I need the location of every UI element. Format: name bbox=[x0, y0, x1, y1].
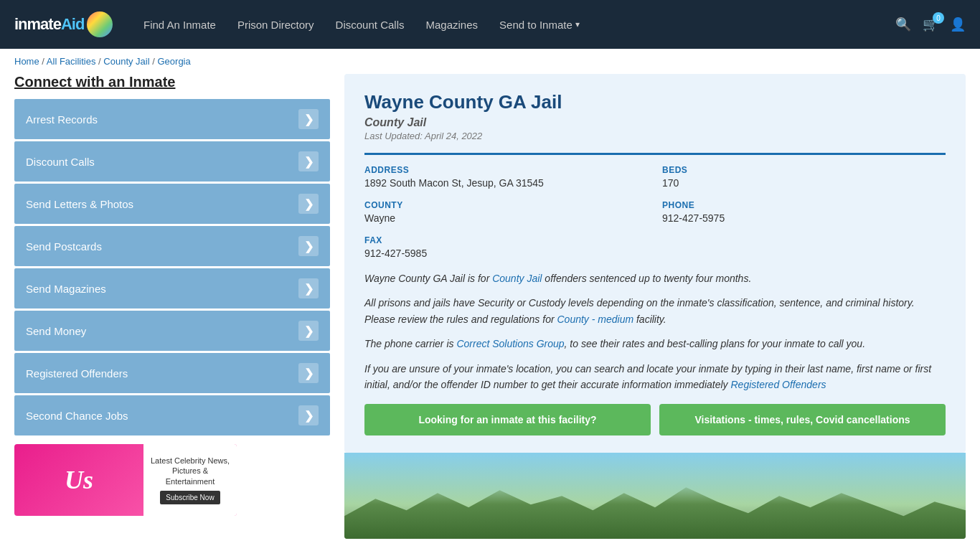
chevron-right-icon: ❯ bbox=[298, 236, 319, 256]
chevron-right-icon: ❯ bbox=[298, 109, 319, 129]
nav-discount-calls[interactable]: Discount Calls bbox=[336, 19, 405, 31]
breadcrumb-home[interactable]: Home bbox=[14, 56, 39, 67]
beds-label: BEDS bbox=[662, 165, 946, 175]
facility-card: Wayne County GA Jail County Jail Last Up… bbox=[344, 74, 966, 453]
photo-trees-decoration bbox=[344, 481, 966, 539]
desc-paragraph-2: All prisons and jails have Security or C… bbox=[364, 295, 946, 327]
cart-badge: 0 bbox=[933, 12, 944, 24]
facility-type: County Jail bbox=[364, 116, 946, 129]
breadcrumb-all-facilities[interactable]: All Facilities bbox=[47, 56, 96, 67]
desc-paragraph-3: The phone carrier is Correct Solutions G… bbox=[364, 336, 946, 352]
address-value: 1892 South Macon St, Jesup, GA 31545 bbox=[364, 177, 648, 189]
sidebar-item-arrest-records[interactable]: Arrest Records ❯ bbox=[14, 99, 330, 139]
facility-last-updated: Last Updated: April 24, 2022 bbox=[364, 131, 946, 141]
county-block: COUNTY Wayne bbox=[364, 200, 648, 224]
fax-block: FAX 912-427-5985 bbox=[364, 235, 648, 259]
site-header: inmateAid Find An Inmate Prison Director… bbox=[0, 0, 980, 49]
sidebar-item-send-letters[interactable]: Send Letters & Photos ❯ bbox=[14, 184, 330, 224]
nav-prison-directory[interactable]: Prison Directory bbox=[237, 19, 314, 31]
county-medium-link[interactable]: County - medium bbox=[557, 314, 633, 325]
visitations-button[interactable]: Visitations - times, rules, Covid cancel… bbox=[659, 404, 946, 435]
find-inmate-button[interactable]: Looking for an inmate at this facility? bbox=[364, 404, 651, 435]
chevron-right-icon: ❯ bbox=[298, 363, 319, 383]
ad-logo: Us bbox=[65, 465, 93, 495]
county-jail-link[interactable]: County Jail bbox=[492, 273, 542, 284]
correct-solutions-link[interactable]: Correct Solutions Group bbox=[456, 338, 564, 349]
dropdown-arrow-icon: ▾ bbox=[575, 19, 580, 29]
sidebar-item-registered-offenders[interactable]: Registered Offenders ❯ bbox=[14, 353, 330, 393]
phone-label: PHONE bbox=[662, 200, 946, 210]
facility-title: Wayne County GA Jail bbox=[364, 91, 946, 113]
main-layout: Connect with an Inmate Arrest Records ❯ … bbox=[0, 74, 980, 551]
sidebar-menu: Arrest Records ❯ Discount Calls ❯ Send L… bbox=[14, 99, 330, 435]
sidebar-item-send-magazines[interactable]: Send Magazines ❯ bbox=[14, 268, 330, 309]
logo-icon bbox=[87, 11, 113, 37]
cart-icon[interactable]: 🛒 0 bbox=[923, 17, 938, 32]
main-content: Wayne County GA Jail County Jail Last Up… bbox=[344, 74, 966, 539]
breadcrumb-county-jail[interactable]: County Jail bbox=[103, 56, 149, 67]
user-icon[interactable]: 👤 bbox=[950, 17, 966, 32]
fax-value: 912-427-5985 bbox=[364, 248, 648, 259]
county-value: Wayne bbox=[364, 212, 648, 224]
advertisement-banner[interactable]: Us Latest Celebrity News, Pictures & Ent… bbox=[14, 444, 237, 516]
chevron-right-icon: ❯ bbox=[298, 151, 319, 171]
phone-block: PHONE 912-427-5975 bbox=[662, 200, 946, 224]
chevron-right-icon: ❯ bbox=[298, 405, 319, 425]
desc-paragraph-4: If you are unsure of your inmate's locat… bbox=[364, 361, 946, 393]
nav-magazines[interactable]: Magazines bbox=[425, 19, 478, 31]
logo[interactable]: inmateAid bbox=[14, 11, 122, 37]
action-buttons: Looking for an inmate at this facility? … bbox=[364, 404, 946, 435]
search-icon[interactable]: 🔍 bbox=[895, 17, 911, 32]
phone-value: 912-427-5975 bbox=[662, 212, 946, 224]
registered-offenders-link[interactable]: Registered Offenders bbox=[730, 379, 826, 390]
ad-content: Latest Celebrity News, Pictures & Entert… bbox=[143, 444, 237, 516]
sidebar-item-discount-calls[interactable]: Discount Calls ❯ bbox=[14, 141, 330, 182]
sidebar-title: Connect with an Inmate bbox=[14, 74, 330, 90]
breadcrumb-georgia[interactable]: Georgia bbox=[157, 56, 190, 67]
facility-photo bbox=[344, 453, 966, 539]
beds-block: BEDS 170 bbox=[662, 165, 946, 189]
breadcrumb: Home / All Facilities / County Jail / Ge… bbox=[0, 49, 980, 74]
facility-info-grid: ADDRESS 1892 South Macon St, Jesup, GA 3… bbox=[364, 153, 946, 259]
sidebar-item-second-chance-jobs[interactable]: Second Chance Jobs ❯ bbox=[14, 395, 330, 435]
ad-subscribe-button[interactable]: Subscribe Now bbox=[160, 491, 220, 504]
address-label: ADDRESS bbox=[364, 165, 648, 175]
facility-description: Wayne County GA Jail is for County Jail … bbox=[364, 270, 946, 392]
nav-find-inmate[interactable]: Find An Inmate bbox=[143, 19, 216, 31]
beds-value: 170 bbox=[662, 177, 946, 189]
chevron-right-icon: ❯ bbox=[298, 194, 319, 214]
desc-paragraph-1: Wayne County GA Jail is for County Jail … bbox=[364, 270, 946, 286]
sidebar: Connect with an Inmate Arrest Records ❯ … bbox=[14, 74, 330, 539]
fax-label: FAX bbox=[364, 235, 648, 245]
ad-logo-area: Us bbox=[14, 444, 143, 516]
chevron-right-icon: ❯ bbox=[298, 321, 319, 341]
nav-send-to-inmate[interactable]: Send to Inmate ▾ bbox=[499, 19, 580, 31]
header-icons: 🔍 🛒 0 👤 bbox=[895, 17, 966, 32]
ad-text: Latest Celebrity News, Pictures & Entert… bbox=[149, 456, 231, 486]
sidebar-item-send-money[interactable]: Send Money ❯ bbox=[14, 311, 330, 351]
chevron-right-icon: ❯ bbox=[298, 278, 319, 298]
main-nav: Find An Inmate Prison Directory Discount… bbox=[143, 19, 874, 31]
county-label: COUNTY bbox=[364, 200, 648, 210]
sidebar-item-send-postcards[interactable]: Send Postcards ❯ bbox=[14, 226, 330, 266]
address-block: ADDRESS 1892 South Macon St, Jesup, GA 3… bbox=[364, 165, 648, 189]
